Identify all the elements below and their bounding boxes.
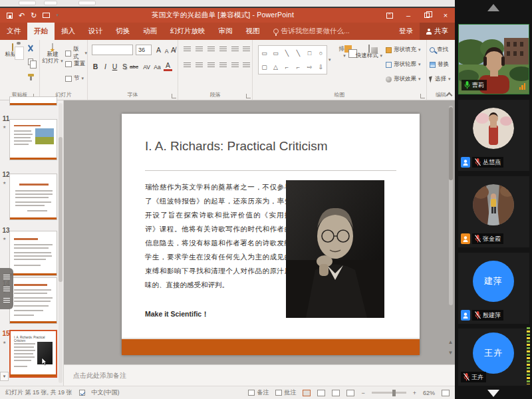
bullets-icon[interactable]: [184, 47, 191, 53]
zoom-slider[interactable]: [372, 392, 406, 394]
line-spacing-icon[interactable]: [231, 47, 239, 53]
tab-file[interactable]: 文件: [0, 23, 27, 40]
copy-button[interactable]: [25, 57, 36, 66]
shape-arrow-down-icon[interactable]: ⇩: [319, 64, 324, 70]
notes-toggle-button[interactable]: 备注: [248, 388, 269, 397]
tab-transitions[interactable]: 切换: [109, 23, 136, 40]
justify-icon[interactable]: [219, 63, 227, 68]
richards-portrait-photo[interactable]: [286, 180, 384, 318]
start-slideshow-icon[interactable]: [43, 13, 50, 18]
thumbnail-slide-10-partial[interactable]: [9, 96, 57, 106]
drawing-dialog-launcher[interactable]: [420, 94, 425, 98]
minimize-button[interactable]: –: [399, 8, 418, 23]
font-color-button[interactable]: A: [164, 61, 172, 71]
font-size-input[interactable]: 36: [136, 45, 152, 55]
shape-connector2-icon[interactable]: ⌐: [297, 64, 300, 70]
sign-in-button[interactable]: 登录: [392, 23, 420, 40]
slide-tagline[interactable]: Make it Scientific！: [145, 310, 209, 319]
participant-tile-video[interactable]: 曹莉: [458, 24, 529, 94]
align-right-icon[interactable]: [207, 63, 215, 68]
animation-star-icon[interactable]: ★: [3, 124, 6, 129]
reading-view-button[interactable]: [332, 390, 340, 396]
text-direction-icon[interactable]: [243, 47, 250, 53]
arrange-button[interactable]: 排列▾: [335, 45, 354, 59]
participant-tile[interactable]: 建萍 殷建萍: [458, 253, 529, 324]
align-left-icon[interactable]: [184, 63, 191, 68]
italic-button[interactable]: I: [101, 61, 110, 71]
tab-insert[interactable]: 插入: [55, 23, 82, 40]
panel-collapse-button[interactable]: ▾: [0, 372, 9, 381]
zoom-out-button[interactable]: −: [361, 390, 364, 396]
toolbar-list-icon[interactable]: [3, 298, 10, 303]
language-indicator[interactable]: 中文(中国): [92, 388, 120, 397]
spellcheck-icon[interactable]: [79, 390, 85, 396]
zoom-percentage[interactable]: 62%: [423, 390, 435, 396]
comments-toggle-button[interactable]: 批注: [275, 388, 296, 397]
strikethrough-button[interactable]: abc: [130, 62, 138, 72]
share-button[interactable]: 共享: [420, 23, 455, 40]
animation-star-icon[interactable]: ★: [3, 236, 6, 241]
format-painter-button[interactable]: [25, 70, 36, 80]
shape-ellipse-icon[interactable]: ○: [319, 50, 323, 57]
toolbar-list-icon[interactable]: [3, 287, 10, 291]
character-spacing-button[interactable]: AV: [142, 62, 151, 72]
previous-slide-button[interactable]: ▲: [448, 338, 454, 346]
shape-fill-button[interactable]: 形状填充▾: [386, 46, 421, 54]
normal-view-button[interactable]: [303, 390, 311, 396]
shape-line-icon[interactable]: ╲: [285, 50, 289, 57]
thumbnail-scrollbar[interactable]: [59, 103, 63, 383]
font-name-input[interactable]: [92, 45, 133, 55]
align-center-icon[interactable]: [196, 63, 203, 68]
participant-tile[interactable]: 张金霞: [458, 176, 529, 247]
shape-arrow-right-icon[interactable]: ⇨: [307, 64, 313, 70]
qat-customize-caret-icon[interactable]: ▾: [56, 13, 59, 18]
align-text-icon[interactable]: [243, 63, 250, 68]
close-button[interactable]: ×: [436, 8, 455, 23]
paste-button[interactable]: 粘贴 ▾: [3, 44, 23, 58]
notes-pane[interactable]: 点击此处添加备注: [64, 364, 455, 386]
tab-slideshow[interactable]: 幻灯片放映: [164, 23, 212, 40]
undo-icon[interactable]: ↶: [19, 12, 25, 19]
next-slide-button[interactable]: ▼: [448, 348, 454, 356]
shape-triangle-icon[interactable]: △: [273, 64, 278, 70]
change-case-button[interactable]: Aa: [153, 62, 162, 72]
thumbnail-slide-12[interactable]: [9, 174, 57, 220]
animation-star-icon[interactable]: ★: [3, 340, 6, 344]
new-slide-button[interactable]: 新建幻灯片 ▾: [42, 44, 63, 65]
ribbon-display-options-button[interactable]: [380, 8, 399, 23]
redo-icon[interactable]: ↻: [31, 12, 37, 19]
restore-button[interactable]: [418, 8, 436, 23]
fit-to-window-button[interactable]: [442, 390, 450, 396]
shape-textbox2-icon[interactable]: ▭: [273, 50, 279, 57]
decrease-indent-icon[interactable]: [207, 47, 215, 53]
slide-title[interactable]: I. A. Richards: Practical Criticism: [145, 139, 328, 154]
reset-button[interactable]: 重置: [65, 60, 85, 68]
floating-annotation-toolbar[interactable]: [0, 268, 13, 309]
shape-rectangle-icon[interactable]: □: [308, 50, 311, 57]
select-button[interactable]: 选择▾: [430, 75, 451, 83]
thumbnail-slide-14[interactable]: [9, 277, 57, 324]
font-dialog-launcher[interactable]: [172, 94, 176, 98]
numbering-icon[interactable]: [196, 47, 203, 53]
clear-formatting-button[interactable]: A̸: [169, 45, 178, 55]
increase-indent-icon[interactable]: [219, 47, 227, 53]
shapes-gallery[interactable]: ▭ ▭ ╲ ╲ □ ○ ▢ △ ⌐ ⌐ ⇨ ⇩: [258, 45, 327, 74]
tab-animations[interactable]: 动画: [136, 23, 164, 40]
tab-design[interactable]: 设计: [82, 23, 109, 40]
bold-button[interactable]: B: [91, 61, 100, 71]
replace-button[interactable]: 替换: [430, 61, 449, 68]
shape-effects-button[interactable]: 形状效果▾: [386, 75, 421, 83]
underline-button[interactable]: U: [110, 61, 119, 71]
thumbnail-slide-11[interactable]: [9, 119, 57, 160]
slideshow-view-button[interactable]: [346, 390, 354, 396]
cut-button[interactable]: [25, 44, 36, 53]
shape-outline-button[interactable]: 形状轮廓▾: [386, 61, 421, 68]
section-button[interactable]: 节▾: [65, 74, 84, 82]
thumbnail-slide-13[interactable]: [9, 231, 57, 276]
shape-connector-icon[interactable]: ⌐: [285, 64, 289, 70]
paragraph-dialog-launcher[interactable]: [246, 94, 251, 98]
tell-me-box[interactable]: 告诉我您想要做什么...: [267, 23, 356, 40]
tab-view[interactable]: 视图: [239, 23, 267, 40]
find-button[interactable]: 查找: [430, 46, 448, 54]
scroll-up-arrow-icon[interactable]: [487, 4, 499, 11]
